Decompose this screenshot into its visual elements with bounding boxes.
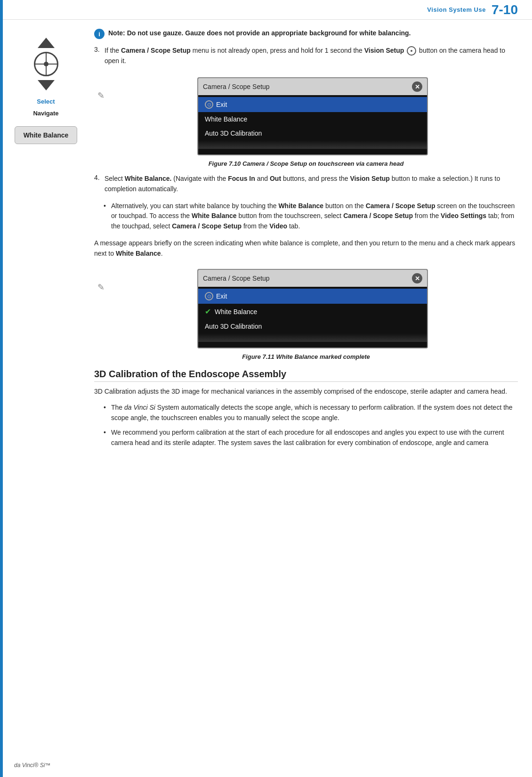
screenshot-1-titlebar: Camera / Scope Setup ✕	[198, 78, 427, 95]
menu-item-calib-1[interactable]: Auto 3D Calibration	[198, 126, 427, 140]
screenshot-1-title: Camera / Scope Setup	[203, 83, 270, 90]
step-3-num: 3.	[94, 46, 103, 66]
note-text: Note: Do not use gauze. Gauze does not p…	[108, 28, 411, 38]
screenshot-2-title: Camera / Scope Setup	[203, 275, 270, 282]
menu-exit-label-2: Exit	[216, 292, 227, 300]
screenshot-2-titlebar: Camera / Scope Setup ✕	[198, 270, 427, 287]
menu-calib-label-2: Auto 3D Calibration	[205, 323, 262, 330]
screenshot-1-wrapper: ✎ Camera / Scope Setup ✕ ⊙ Exit White Ba…	[94, 73, 518, 158]
menu-item-exit-1[interactable]: ⊙ Exit	[198, 97, 427, 112]
figure-1-caption: Figure 7.10 Camera / Scope Setup on touc…	[94, 160, 518, 167]
vision-setup-icon	[407, 46, 416, 56]
section-heading: 3D Calibration of the Endoscope Assembly	[94, 369, 518, 382]
menu-item-exit-2[interactable]: ⊙ Exit	[198, 289, 427, 304]
section-bullet-2: We recommend you perform calibration at …	[104, 428, 518, 448]
navigate-control	[34, 38, 58, 90]
left-border	[0, 0, 3, 777]
section-bullet-1: The da Vinci Si System automatically det…	[104, 403, 518, 423]
note-text-bold: Note: Do not use gauze. Gauze does not p…	[108, 29, 411, 37]
screenshot-1: Camera / Scope Setup ✕ ⊙ Exit White Bala…	[197, 77, 428, 155]
exit-icon-2: ⊙	[205, 292, 213, 300]
pencil-side-1: ✎	[94, 73, 107, 101]
menu-calib-label-1: Auto 3D Calibration	[205, 130, 262, 137]
menu-item-wb-1[interactable]: White Balance	[198, 112, 427, 126]
header-bar: Vision System Use 7-10	[3, 0, 532, 20]
pencil-icon-1: ✎	[97, 90, 105, 101]
bullet-wb-alternative: Alternatively, you can start white balan…	[104, 201, 518, 232]
menu-item-calib-2[interactable]: Auto 3D Calibration	[198, 319, 427, 333]
sidebar: Select Navigate White Balance	[5, 38, 87, 144]
navigate-label: Navigate	[33, 110, 58, 117]
main-content: i Note: Do not use gauze. Gauze does not…	[94, 20, 518, 474]
section-bullets: The da Vinci Si System automatically det…	[104, 403, 518, 448]
para-after-step4: A message appears briefly on the screen …	[94, 238, 518, 259]
arrow-up-icon	[38, 38, 55, 48]
chapter-num: 7-10	[492, 3, 518, 16]
menu-item-wb-2[interactable]: ✔ White Balance	[198, 304, 427, 319]
checkmark-icon: ✔	[205, 307, 211, 316]
exit-icon-1: ⊙	[205, 100, 213, 109]
menu-exit-label-1: Exit	[216, 101, 227, 108]
step-4-num: 4.	[94, 174, 103, 194]
figure-2-caption: Figure 7.11 White Balance marked complet…	[94, 353, 518, 360]
step-4-content: Select White Balance. (Navigate with the…	[105, 174, 518, 194]
arrow-down-icon	[38, 80, 55, 90]
pencil-icon-2: ✎	[97, 282, 105, 292]
white-balance-button[interactable]: White Balance	[15, 126, 78, 144]
crosshair-v	[46, 53, 47, 75]
step-3-content: If the Camera / Scope Setup menu is not …	[105, 46, 518, 66]
select-label: Select	[37, 98, 55, 105]
screenshot-1-body: ⊙ Exit White Balance Auto 3D Calibration	[198, 95, 427, 154]
screenshot-2-fade	[198, 333, 427, 342]
footer: da Vinci® Si™	[14, 762, 50, 769]
note-box: i Note: Do not use gauze. Gauze does not…	[94, 28, 518, 39]
pencil-side-2: ✎	[94, 264, 107, 292]
menu-wb-label-1: White Balance	[205, 115, 247, 123]
close-button-2[interactable]: ✕	[412, 273, 422, 283]
header-title: Vision System Use	[427, 6, 486, 13]
step-4-bullets: Alternatively, you can start white balan…	[104, 201, 518, 232]
step-3: 3. If the Camera / Scope Setup menu is n…	[94, 46, 518, 66]
select-button-icon[interactable]	[34, 52, 58, 76]
menu-wb-label-2: White Balance	[215, 308, 257, 316]
screenshot-2-body: ⊙ Exit ✔ White Balance Auto 3D Calibrati…	[198, 287, 427, 348]
close-button-1[interactable]: ✕	[412, 81, 422, 92]
step-4: 4. Select White Balance. (Navigate with …	[94, 174, 518, 194]
screenshot-2: Camera / Scope Setup ✕ ⊙ Exit ✔ White Ba…	[197, 269, 428, 348]
section-para: 3D Calibration adjusts the 3D image for …	[94, 387, 518, 397]
screenshot-1-fade	[198, 140, 427, 149]
info-icon: i	[94, 29, 105, 39]
screenshot-2-wrapper: ✎ Camera / Scope Setup ✕ ⊙ Exit ✔ White …	[94, 264, 518, 351]
